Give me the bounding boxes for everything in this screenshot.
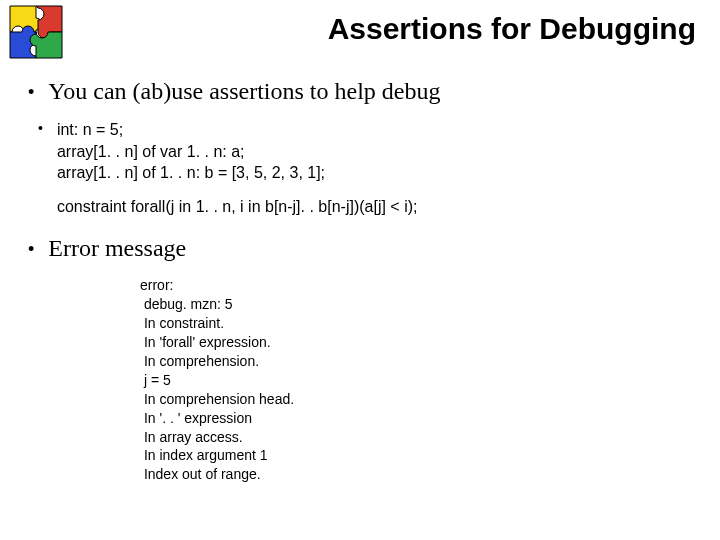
slide-title: Assertions for Debugging [0, 12, 696, 46]
code-line: constraint forall(j in 1. . n, i in b[n-… [57, 196, 418, 218]
error-line: In comprehension head. [140, 390, 692, 409]
error-line: error: [140, 276, 692, 295]
error-line: In '. . ' expression [140, 409, 692, 428]
error-line: In constraint. [140, 314, 692, 333]
error-line: Index out of range. [140, 465, 692, 484]
bullet-text: You can (ab)use assertions to help debug [48, 78, 440, 105]
bullet-error-message: • Error message [28, 235, 692, 262]
error-line: In array access. [140, 428, 692, 447]
code-block: int: n = 5; array[1. . n] of var 1. . n:… [57, 119, 418, 217]
code-line: array[1. . n] of var 1. . n: a; [57, 141, 418, 163]
bullet-dot-icon: • [28, 82, 34, 105]
bullet-dot-icon: • [28, 239, 34, 262]
slide-content: • You can (ab)use assertions to help deb… [28, 78, 692, 484]
error-line: In comprehension. [140, 352, 692, 371]
bullet-code-block: • int: n = 5; array[1. . n] of var 1. . … [28, 119, 692, 217]
bullet-abuse-assertions: • You can (ab)use assertions to help deb… [28, 78, 692, 105]
error-output: error: debug. mzn: 5 In constraint. In '… [140, 276, 692, 484]
code-line: int: n = 5; [57, 119, 418, 141]
error-line: debug. mzn: 5 [140, 295, 692, 314]
error-line: j = 5 [140, 371, 692, 390]
bullet-text: Error message [48, 235, 186, 262]
error-line: In 'forall' expression. [140, 333, 692, 352]
error-line: In index argument 1 [140, 446, 692, 465]
code-line: array[1. . n] of 1. . n: b = [3, 5, 2, 3… [57, 162, 418, 184]
bullet-dot-icon: • [38, 120, 43, 217]
